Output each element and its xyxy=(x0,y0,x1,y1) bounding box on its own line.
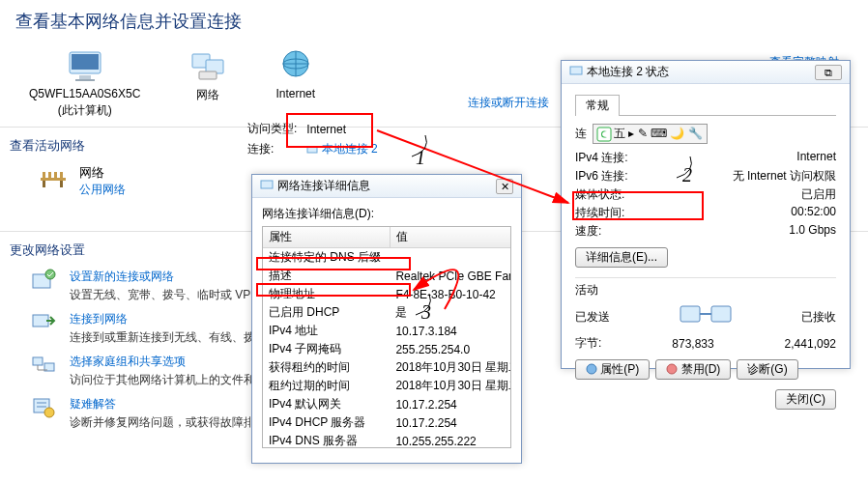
svg-rect-10 xyxy=(43,172,45,178)
bytes-recv-value: 2,441,092 xyxy=(785,337,836,351)
detail-row[interactable]: IPv4 地址10.17.3.184 xyxy=(263,322,511,340)
svg-rect-1 xyxy=(72,54,99,70)
internet-node: Internet xyxy=(275,48,315,100)
svg-point-30 xyxy=(667,364,677,374)
detail-row[interactable]: 已启用 DHCP是 xyxy=(263,303,511,322)
detail-row[interactable]: IPv4 子网掩码255.255.254.0 xyxy=(263,340,511,358)
svg-rect-9 xyxy=(41,178,66,181)
annotation-number-3: 3 xyxy=(421,301,431,324)
detail-row[interactable]: IPv4 DNS 服务器10.255.255.222 xyxy=(263,432,511,448)
settings-link[interactable]: 选择家庭组和共享选项 xyxy=(70,355,186,368)
ime-toolbar[interactable]: 五 ▸ ✎ ⌨ 🌙 🔧 xyxy=(593,124,708,144)
details-button[interactable]: 详细信息(E)... xyxy=(575,247,668,268)
detail-row[interactable]: IPv4 默认网关10.17.2.254 xyxy=(263,395,511,413)
close-button[interactable]: 关闭(C) xyxy=(775,389,836,410)
svg-rect-12 xyxy=(54,172,57,178)
svg-rect-19 xyxy=(33,315,48,327)
status-row: IPv4 连接:Internet xyxy=(575,150,836,166)
globe-icon xyxy=(276,48,315,83)
bytes-sent-value: 873,833 xyxy=(672,337,713,351)
bench-icon xyxy=(39,164,68,189)
disable-button[interactable]: 禁用(D) xyxy=(655,359,731,380)
svg-rect-14 xyxy=(43,181,45,187)
detail-row[interactable]: 获得租约的时间2018年10月30日 星期二 上午 8:1 xyxy=(263,358,511,377)
svg-rect-3 xyxy=(75,79,95,81)
svg-rect-11 xyxy=(48,172,51,178)
svg-point-18 xyxy=(45,270,55,279)
annotation-number-1: 1 xyxy=(416,147,425,169)
connection-details-window: 网络连接详细信息 ✕ 网络连接详细信息(D): 属性值 连接特定的 DNS 后缀… xyxy=(251,174,522,464)
detail-row[interactable]: IPv4 DHCP 服务器10.17.2.254 xyxy=(263,413,511,432)
close-button[interactable]: ✕ xyxy=(496,179,513,194)
sogou-icon xyxy=(597,128,611,141)
activity-heading: 活动 xyxy=(575,282,836,298)
svg-rect-2 xyxy=(79,75,91,79)
settings-icon xyxy=(29,396,58,419)
settings-icon xyxy=(29,311,58,334)
svg-point-29 xyxy=(587,364,596,374)
settings-link[interactable]: 疑难解答 xyxy=(70,397,116,411)
general-tab[interactable]: 常规 xyxy=(575,95,620,116)
connect-disconnect-link[interactable]: 连接或断开连接 xyxy=(468,96,549,109)
annotation-box-details-btn xyxy=(572,191,704,220)
this-pc: Q5WFL15AA0S6X5C (此计算机) xyxy=(29,48,140,119)
activity-icon xyxy=(677,302,735,331)
adapter-icon xyxy=(260,179,274,193)
svg-rect-15 xyxy=(60,181,63,187)
details-label: 网络连接详细信息(D): xyxy=(262,206,511,222)
page-title: 查看基本网络信息并设置连接 xyxy=(0,0,868,41)
settings-icon xyxy=(29,354,58,377)
annotation-number-2: 2 xyxy=(682,164,692,186)
active-networks-heading: 查看活动网络 xyxy=(0,131,95,160)
detail-row[interactable]: 租约过期的时间2018年10月30日 星期二 下午 3:1 xyxy=(263,377,511,395)
svg-rect-28 xyxy=(711,306,731,322)
network-icon xyxy=(188,48,227,83)
network-type-link[interactable]: 公用网络 xyxy=(79,183,126,196)
annotation-box-mac xyxy=(256,257,411,270)
svg-rect-27 xyxy=(680,306,700,322)
properties-button[interactable]: 属性(P) xyxy=(575,359,650,380)
svg-rect-24 xyxy=(261,181,273,188)
annotation-box-1 xyxy=(286,113,373,148)
status-row: 速度:1.0 Gbps xyxy=(575,223,836,240)
close-button[interactable]: ⧉ xyxy=(815,65,842,80)
svg-rect-26 xyxy=(597,128,611,141)
status-row: IPv6 连接:无 Internet 访问权限 xyxy=(575,168,836,185)
svg-point-23 xyxy=(44,408,54,417)
monitor-icon xyxy=(66,48,104,83)
settings-icon xyxy=(29,269,58,292)
adapter-icon xyxy=(569,65,583,79)
diagnose-button[interactable]: 诊断(G) xyxy=(737,359,797,380)
svg-rect-25 xyxy=(570,67,582,74)
settings-link[interactable]: 连接到网络 xyxy=(70,312,128,326)
settings-link[interactable]: 设置新的连接或网络 xyxy=(70,270,174,283)
network-node: 网络 xyxy=(188,48,227,103)
annotation-box-ip xyxy=(256,283,411,297)
svg-rect-13 xyxy=(60,172,63,178)
svg-rect-6 xyxy=(199,71,217,79)
svg-rect-20 xyxy=(33,357,43,365)
